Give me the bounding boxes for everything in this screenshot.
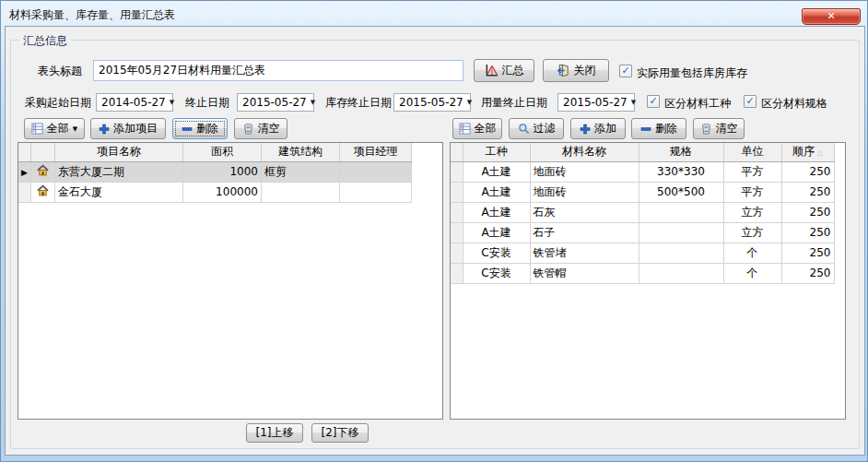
column-header-structure[interactable]: 建筑结构 [261, 143, 339, 161]
column-header-spec[interactable]: 规格 [639, 143, 723, 161]
material-row[interactable]: C安装 铁管堵 个 250 [451, 243, 834, 263]
cell-structure[interactable]: 框剪 [261, 161, 339, 182]
add-material-button[interactable]: 添加 [570, 118, 626, 139]
cell-material-name[interactable]: 铁管堵 [530, 243, 639, 263]
materials-all-label: 全部 [475, 121, 497, 136]
icon-column-header [30, 143, 54, 161]
add-material-label: 添加 [594, 121, 616, 136]
column-header-worktype[interactable]: 工种 [463, 143, 530, 161]
cell-worktype[interactable]: A土建 [463, 202, 530, 222]
cell-order[interactable]: 250 [781, 222, 834, 243]
distinguish-spec-checkbox[interactable]: ✓ [744, 95, 757, 108]
magnifier-icon [518, 123, 530, 135]
column-header-material-name[interactable]: 材料名称 [530, 143, 639, 161]
cell-project-name[interactable]: 东营大厦二期 [54, 161, 182, 182]
filter-button[interactable]: 过滤 [509, 118, 564, 139]
cell-worktype[interactable]: C安装 [463, 243, 530, 263]
column-header-unit[interactable]: 单位 [723, 143, 781, 161]
cell-order[interactable]: 250 [781, 243, 834, 263]
close-dialog-button[interactable]: 关闭 [543, 59, 609, 82]
chevron-down-icon: ▼ [311, 99, 315, 106]
cell-spec[interactable]: 500*500 [639, 182, 723, 202]
cell-spec[interactable] [639, 222, 723, 243]
clear-materials-button[interactable]: 清空 [693, 118, 745, 139]
cell-material-name[interactable]: 石子 [530, 222, 639, 243]
project-row[interactable]: ▶ 东营大厦二期 1000 框剪 [18, 161, 411, 182]
material-row[interactable]: A土建 石子 立方 250 [451, 222, 834, 243]
delete-material-button[interactable]: 删除 [631, 118, 686, 139]
delete-material-label: 删除 [655, 121, 677, 136]
move-down-label: [2]下移 [322, 425, 359, 441]
plus-icon [580, 124, 591, 135]
stock-end-value: 2015-05-27 [399, 96, 463, 109]
cell-material-name[interactable]: 地面砖 [530, 161, 639, 182]
cell-spec[interactable] [639, 202, 723, 222]
sort-asc-icon: △ [817, 148, 823, 157]
project-row[interactable]: 金石大厦 100000 [18, 182, 411, 202]
cell-material-name[interactable]: 石灰 [530, 202, 639, 222]
cell-order[interactable]: 250 [781, 182, 834, 202]
cell-unit[interactable]: 个 [723, 263, 781, 283]
cell-spec[interactable] [639, 243, 723, 263]
cell-unit[interactable]: 个 [723, 243, 781, 263]
projects-grid[interactable]: 项目名称 面积 建筑结构 项目经理 ▶ 东营大厦二期 1000 框剪 [18, 142, 443, 420]
cell-area[interactable]: 100000 [182, 182, 261, 202]
cell-worktype[interactable]: A土建 [463, 182, 530, 202]
materials-grid[interactable]: 工种 材料名称 规格 单位 顺序△ A土建 地面砖 330*330 平方 250 [450, 142, 846, 420]
recycle-bin-icon [242, 123, 254, 135]
move-up-button[interactable]: [1]上移 [246, 423, 303, 443]
cell-worktype[interactable]: A土建 [463, 222, 530, 243]
cell-area[interactable]: 1000 [182, 161, 261, 182]
column-header-project-name[interactable]: 项目名称 [54, 143, 182, 161]
purchase-start-combobox[interactable]: 2014-05-27 ▼ [96, 93, 173, 112]
purchase-end-label: 终止日期 [185, 93, 229, 112]
include-warehouse-label: 实际用量包括库房库存 [637, 64, 747, 82]
include-warehouse-checkbox[interactable]: ✓ [619, 65, 632, 77]
cell-unit[interactable]: 平方 [723, 182, 781, 202]
usage-end-label: 用量终止日期 [481, 93, 547, 112]
check-icon: ✓ [649, 95, 657, 107]
usage-end-combobox[interactable]: 2015-05-27 ▼ [557, 93, 635, 112]
add-project-label: 添加项目 [113, 121, 158, 136]
stock-end-combobox[interactable]: 2015-05-27 ▼ [393, 93, 471, 112]
cell-unit[interactable]: 平方 [723, 161, 781, 182]
distinguish-worktype-checkbox[interactable]: ✓ [647, 95, 660, 108]
add-project-button[interactable]: 添加项目 [90, 118, 166, 139]
column-header-manager[interactable]: 项目经理 [339, 143, 411, 161]
cell-structure[interactable] [261, 182, 339, 202]
material-row[interactable]: A土建 地面砖 330*330 平方 250 [451, 161, 834, 182]
material-row[interactable]: C安装 铁管帽 个 250 [451, 263, 834, 283]
filter-label: 过滤 [534, 121, 556, 136]
cell-worktype[interactable]: A土建 [463, 161, 530, 182]
house-icon [37, 164, 49, 176]
window-close-button[interactable]: ✕ [802, 8, 861, 25]
move-down-button[interactable]: [2]下移 [311, 423, 369, 443]
column-header-area[interactable]: 面积 [182, 143, 261, 161]
close-icon: ✕ [827, 10, 835, 22]
cell-spec[interactable] [639, 263, 723, 283]
materials-all-button[interactable]: 全部 [452, 118, 502, 139]
cell-order[interactable]: 250 [781, 202, 834, 222]
cell-project-name[interactable]: 金石大厦 [54, 182, 182, 202]
cell-manager[interactable] [339, 161, 411, 182]
cell-order[interactable]: 250 [781, 263, 834, 283]
distinguish-worktype-label: 区分材料工种 [664, 94, 731, 113]
material-row[interactable]: A土建 石灰 立方 250 [451, 202, 834, 222]
column-header-order[interactable]: 顺序△ [781, 143, 834, 161]
projects-all-button[interactable]: 全部 ▼ [24, 118, 85, 139]
material-row[interactable]: A土建 地面砖 500*500 平方 250 [451, 182, 834, 202]
cell-material-name[interactable]: 地面砖 [530, 182, 639, 202]
summarize-button[interactable]: 汇总 [474, 59, 534, 82]
purchase-end-combobox[interactable]: 2015-05-27 ▼ [237, 93, 314, 112]
cell-order[interactable]: 250 [781, 161, 834, 182]
clear-projects-button[interactable]: 清空 [234, 118, 287, 139]
cell-spec[interactable]: 330*330 [639, 161, 723, 182]
cell-unit[interactable]: 立方 [723, 202, 781, 222]
cell-material-name[interactable]: 铁管帽 [530, 263, 639, 283]
header-title-input[interactable]: 2015年05月27日材料用量汇总表 [93, 60, 463, 81]
delete-project-button[interactable]: 删除 [172, 118, 228, 139]
grid-icon [31, 123, 43, 135]
cell-manager[interactable] [339, 182, 411, 202]
cell-unit[interactable]: 立方 [723, 222, 781, 243]
cell-worktype[interactable]: C安装 [463, 263, 530, 283]
